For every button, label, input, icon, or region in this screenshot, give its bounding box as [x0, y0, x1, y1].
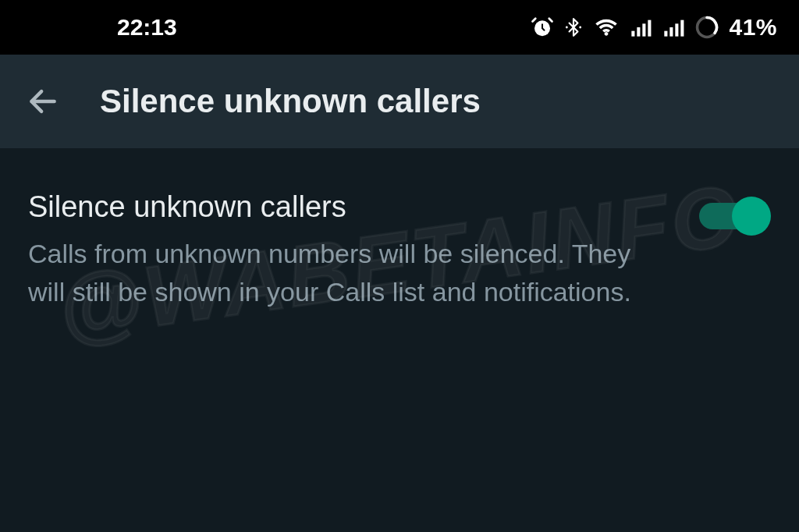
svg-rect-10	[681, 20, 684, 37]
arrow-left-icon	[26, 84, 60, 119]
bluetooth-icon	[563, 16, 584, 39]
wifi-icon	[593, 16, 620, 39]
svg-rect-6	[648, 20, 652, 37]
status-icons: 41%	[531, 14, 777, 41]
content-area: @WABETAINFO Silence unknown callers Call…	[0, 148, 799, 343]
app-bar: Silence unknown callers	[0, 55, 799, 148]
setting-title: Silence unknown callers	[28, 190, 637, 224]
svg-rect-9	[676, 23, 679, 36]
battery-ring-icon	[694, 15, 719, 40]
svg-rect-8	[670, 27, 673, 37]
page-title: Silence unknown callers	[100, 83, 481, 120]
alarm-icon	[531, 16, 554, 39]
svg-point-1	[566, 27, 568, 29]
toggle-thumb	[732, 197, 771, 236]
setting-text-block: Silence unknown callers Calls from unkno…	[28, 190, 637, 312]
svg-rect-5	[643, 23, 646, 36]
svg-point-2	[580, 27, 582, 29]
back-button[interactable]	[23, 82, 62, 121]
setting-row[interactable]: Silence unknown callers Calls from unkno…	[28, 190, 771, 312]
svg-rect-3	[632, 31, 635, 37]
svg-rect-7	[665, 31, 668, 37]
setting-description: Calls from unknown numbers will be silen…	[28, 235, 637, 312]
battery-text: 41%	[729, 14, 777, 41]
toggle-switch[interactable]	[699, 197, 771, 236]
svg-rect-4	[637, 27, 641, 37]
status-bar: 22:13	[0, 0, 799, 55]
signal-2-icon	[662, 16, 685, 38]
signal-1-icon	[629, 16, 652, 38]
status-time: 22:13	[117, 14, 177, 41]
